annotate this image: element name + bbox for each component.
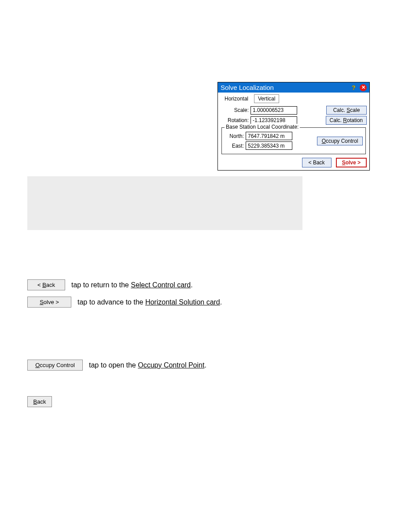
dialog-titlebar: Solve Localization ? ✕: [218, 82, 369, 93]
solve-button[interactable]: Solve >: [336, 158, 367, 167]
horizontal-solution-link[interactable]: Horizontal Solution card: [145, 298, 220, 306]
row-rotation: Rotation: Calc. Rotation: [223, 116, 367, 125]
label-scale: Scale:: [223, 107, 249, 113]
input-scale[interactable]: [251, 106, 297, 115]
doc-step-b: Back: [27, 396, 379, 407]
calc-rotation-button[interactable]: Calc. Rotation: [326, 116, 367, 125]
doc-gray-region: [27, 176, 302, 230]
tabs: Horizontal Vertical: [221, 94, 367, 103]
solve-localization-dialog: Solve Localization ? ✕ Horizontal Vertic…: [217, 82, 370, 171]
doc-back-button[interactable]: < Back: [27, 279, 65, 290]
doc-step-back: < Back tap to return to the Select Contr…: [27, 279, 379, 290]
occupy-control-point-link[interactable]: Occupy Control Point: [138, 361, 204, 369]
help-icon[interactable]: ?: [351, 85, 357, 91]
doc-step-occupy: Occupy Control tap to open the Occupy Co…: [27, 360, 379, 371]
close-icon[interactable]: ✕: [360, 84, 367, 91]
doc-content: < Back tap to return to the Select Contr…: [27, 238, 379, 413]
dialog-title: Solve Localization: [221, 84, 351, 91]
doc-solve-button[interactable]: Solve >: [27, 297, 71, 308]
tab-vertical[interactable]: Vertical: [254, 94, 279, 103]
doc-occupy-button[interactable]: Occupy Control: [27, 360, 83, 371]
input-rotation[interactable]: [251, 116, 297, 125]
base-station-fieldset: Base Station Local Coordinate: North: Ea…: [221, 127, 366, 154]
row-scale: Scale: Calc. Scale: [223, 106, 367, 115]
doc-step-solve: Solve > tap to advance to the Horizontal…: [27, 297, 379, 308]
label-east: East:: [225, 143, 244, 149]
row-east: East:: [225, 141, 313, 150]
svg-text:?: ?: [352, 85, 356, 91]
input-east[interactable]: [246, 141, 292, 150]
input-north[interactable]: [246, 132, 292, 140]
occupy-control-button[interactable]: Occupy Control: [317, 137, 363, 145]
label-north: North:: [225, 133, 244, 139]
dialog-body: Horizontal Vertical Scale: Calc. Scale R…: [218, 93, 369, 170]
row-north: North:: [225, 132, 313, 140]
tab-horizontal[interactable]: Horizontal: [221, 94, 252, 103]
doc-back-text: tap to return to the Select Control card…: [71, 279, 379, 289]
select-control-link[interactable]: Select Control card: [131, 281, 191, 289]
label-rotation: Rotation:: [223, 117, 249, 123]
dialog-nav-row: < Back Solve >: [221, 158, 367, 167]
back-button[interactable]: < Back: [302, 158, 332, 167]
doc-solve-text: tap to advance to the Horizontal Solutio…: [77, 297, 379, 306]
fieldset-legend: Base Station Local Coordinate:: [225, 124, 300, 130]
doc-occupy-text: tap to open the Occupy Control Point.: [89, 360, 379, 369]
doc-b-button[interactable]: Back: [27, 396, 52, 407]
calc-scale-button[interactable]: Calc. Scale: [326, 106, 367, 115]
